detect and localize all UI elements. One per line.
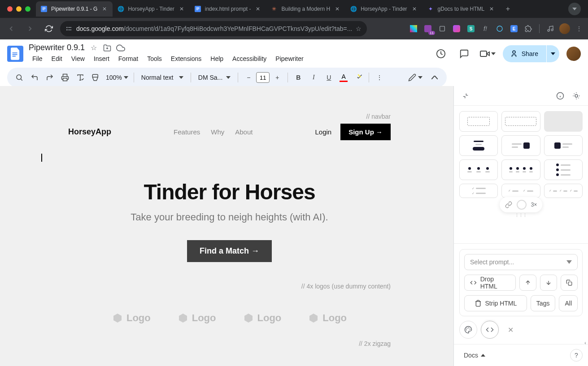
extension-icon[interactable]: f! (480, 23, 491, 34)
cloud-saved-icon[interactable] (116, 43, 125, 52)
extension-icon[interactable]: S (466, 23, 476, 34)
move-down-button[interactable] (540, 275, 557, 291)
block-hero-left[interactable] (501, 135, 540, 156)
block-four-dots[interactable] (501, 159, 540, 180)
window-minimize[interactable] (16, 6, 22, 12)
new-tab-button[interactable]: + (501, 3, 514, 15)
window-close[interactable] (7, 6, 13, 12)
font-size-increase[interactable]: + (270, 71, 284, 84)
history-button[interactable] (433, 46, 449, 62)
tab-close-icon[interactable]: ✕ (488, 5, 495, 13)
document-title[interactable]: Pipewriter 0.9.1 (29, 43, 85, 52)
copy-button[interactable] (561, 275, 578, 291)
code-tab[interactable] (481, 321, 499, 339)
menu-extensions[interactable]: Extensions (167, 53, 205, 64)
extension-icon[interactable] (494, 23, 505, 34)
bold-button[interactable]: B (292, 71, 305, 84)
move-folder-icon[interactable] (103, 43, 112, 52)
highlight-button[interactable] (352, 71, 365, 84)
media-control-icon[interactable] (545, 23, 556, 34)
nav-back-button[interactable] (4, 21, 19, 36)
prompt-select[interactable]: Select prompt... (464, 254, 578, 270)
block-checklist-triple[interactable]: ✓✓✓ (544, 184, 583, 198)
tab-close-icon[interactable]: ✕ (254, 5, 261, 13)
star-icon[interactable]: ☆ (89, 43, 98, 52)
nav-reload-button[interactable] (41, 21, 57, 36)
extension-icon[interactable] (408, 23, 419, 34)
extension-icon[interactable] (437, 23, 448, 34)
menu-insert[interactable]: Insert (90, 53, 113, 64)
tab-close-icon[interactable]: ✕ (178, 5, 185, 13)
zoom-dropdown[interactable]: 100% (104, 74, 130, 81)
browser-tab[interactable]: 🌐 HorseyApp - Tinder ✕ (345, 1, 422, 17)
menu-pipewriter[interactable]: Pipewriter (272, 53, 307, 64)
profile-avatar[interactable] (559, 23, 570, 34)
block-dot-list[interactable] (544, 159, 583, 180)
color-circle[interactable] (517, 200, 527, 210)
underline-button[interactable]: U (322, 71, 335, 84)
tags-button[interactable]: Tags (531, 295, 556, 311)
extensions-menu-icon[interactable] (523, 23, 534, 34)
menu-help[interactable]: Help (207, 53, 227, 64)
nav-forward-button[interactable] (22, 21, 38, 36)
block-checklist-single[interactable]: ✓✓ (459, 184, 498, 198)
meet-button[interactable] (479, 48, 496, 59)
browser-tab[interactable]: 🌐 HorseyApp - Tinder ✕ (113, 1, 189, 17)
paint-format-button[interactable] (89, 71, 102, 84)
tabs-close-button[interactable]: ✕ (508, 326, 514, 334)
menu-view[interactable]: View (68, 53, 88, 64)
paragraph-style-dropdown[interactable]: Normal text (138, 74, 187, 81)
block-solid-placeholder[interactable] (544, 111, 583, 132)
document-page[interactable]: // navbar HorseyApp Features Why About L… (5, 86, 453, 366)
font-family-dropdown[interactable]: DM Sa... (195, 74, 234, 81)
help-button[interactable]: ? (570, 349, 583, 362)
comments-button[interactable] (456, 46, 472, 62)
extension-icon[interactable]: E (509, 23, 519, 34)
drag-grip-icon[interactable]: ⋮⋮⋮ (454, 213, 588, 218)
print-button[interactable] (58, 71, 72, 84)
tab-list-dropdown[interactable] (568, 3, 581, 15)
move-up-button[interactable] (519, 275, 536, 291)
italic-button[interactable]: I (307, 71, 320, 84)
tab-close-icon[interactable]: ✕ (101, 5, 108, 13)
multiplier-label[interactable]: 3× (531, 202, 537, 208)
block-three-dots[interactable] (459, 159, 498, 180)
profile-avatar[interactable] (566, 47, 581, 61)
spellcheck-button[interactable] (74, 71, 87, 84)
editing-mode-dropdown[interactable] (408, 73, 422, 82)
menu-tools[interactable]: Tools (144, 53, 166, 64)
share-dropdown[interactable] (547, 45, 559, 62)
drop-html-button[interactable]: Drop HTML (464, 275, 516, 291)
browser-tab[interactable]: ✳ Building a Modern H ✕ (266, 1, 345, 17)
browser-tab[interactable]: index.html prompt - ✕ (190, 1, 266, 17)
block-empty-dashed-wide[interactable] (501, 111, 540, 132)
url-bar[interactable]: docs.google.com/document/d/1a9q7Fyfq8HiB… (60, 21, 367, 36)
collapse-toolbar-button[interactable] (428, 71, 441, 84)
collapse-icon[interactable] (459, 90, 472, 102)
extension-icon[interactable]: 11 (422, 23, 433, 34)
info-icon[interactable] (554, 90, 566, 102)
palette-tab[interactable] (459, 321, 477, 339)
side-collapse-button[interactable]: ‹ (583, 337, 588, 348)
redo-button[interactable] (43, 71, 57, 84)
tab-close-icon[interactable]: ✕ (334, 5, 341, 13)
all-button[interactable]: All (559, 295, 578, 311)
menu-format[interactable]: Format (115, 53, 142, 64)
search-menus-button[interactable] (13, 71, 26, 84)
browser-menu-icon[interactable]: ⋮ (574, 23, 584, 34)
menu-file[interactable]: File (29, 53, 46, 64)
browser-tab[interactable]: ✦ gDocs to live HTML ✕ (422, 1, 500, 17)
window-maximize[interactable] (25, 6, 30, 12)
font-size-decrease[interactable]: − (242, 71, 255, 84)
more-options-button[interactable]: ⋮ (373, 71, 386, 84)
text-color-button[interactable]: A (337, 73, 350, 82)
menu-accessibility[interactable]: Accessibility (229, 53, 270, 64)
strip-html-button[interactable]: Strip HTML (464, 295, 527, 311)
menu-edit[interactable]: Edit (48, 53, 66, 64)
tab-close-icon[interactable]: ✕ (411, 5, 418, 13)
block-hero-right[interactable] (544, 135, 583, 156)
undo-button[interactable] (28, 71, 41, 84)
docs-footer-button[interactable]: Docs (459, 349, 490, 362)
link-icon[interactable] (505, 201, 512, 208)
theme-icon[interactable] (570, 90, 583, 102)
